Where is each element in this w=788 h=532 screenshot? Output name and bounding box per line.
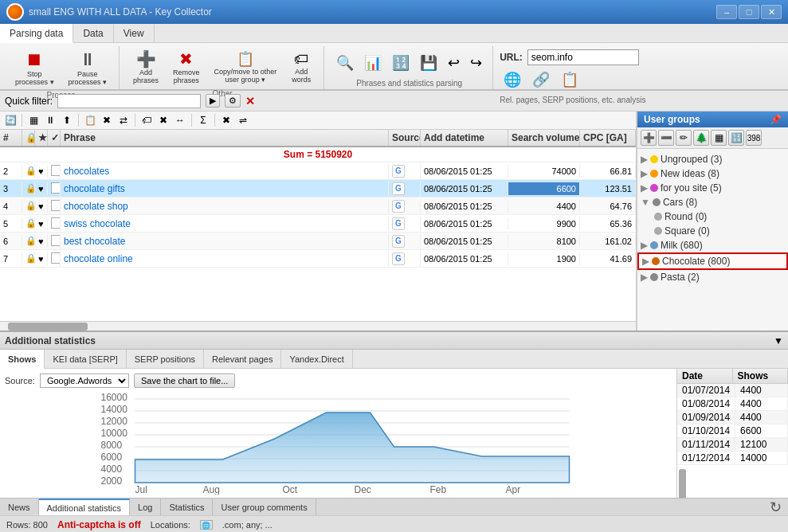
pause-button[interactable]: ⏸ Pauseprocesses ▾ — [63, 48, 113, 89]
phrase-link[interactable]: swiss chocolate — [64, 218, 131, 229]
x-label-jul: Jul — [135, 484, 147, 495]
td-check[interactable] — [48, 251, 61, 267]
sb-remove-btn[interactable]: ➖ — [658, 130, 674, 146]
toolbar-sigma-icon[interactable]: Σ — [196, 113, 210, 127]
menu-tab-data[interactable]: Data — [73, 24, 113, 42]
filter-options-button[interactable]: ⚙ — [225, 94, 241, 108]
checkbox[interactable] — [51, 200, 61, 211]
th-volume[interactable]: Search volume [GA] — [508, 130, 580, 146]
minimize-button[interactable]: – — [716, 5, 737, 19]
toolbar-pause-icon[interactable]: ⏸ — [43, 113, 57, 127]
close-button[interactable]: ✕ — [761, 5, 782, 19]
menu-tab-parsing[interactable]: Parsing data — [0, 24, 73, 43]
toolbar-arrows3-icon[interactable]: ⇌ — [236, 113, 250, 127]
toolbar-arrows2-icon[interactable]: ↔ — [173, 113, 187, 127]
bottom-tab-additional[interactable]: Additional statistics — [39, 499, 131, 515]
sb-add-btn[interactable]: ➕ — [641, 130, 657, 146]
rel-pages-btn1[interactable]: 🌐 — [500, 68, 525, 91]
toolbar-up-icon[interactable]: ⬆ — [60, 113, 74, 127]
toolbar-refresh-icon[interactable]: 🔄 — [3, 113, 18, 127]
tree-item-cars[interactable]: ▼ Cars (8) — [637, 195, 788, 209]
quick-filter-input[interactable] — [57, 94, 201, 108]
horizontal-scrollbar[interactable] — [0, 321, 636, 331]
tree-item-round[interactable]: Round (0) — [649, 209, 788, 224]
phrases-stats-btn4[interactable]: 💾 — [416, 52, 441, 74]
td-check[interactable] — [48, 216, 61, 232]
rel-pages-btn3[interactable]: 📋 — [557, 68, 582, 91]
tab-shows[interactable]: Shows — [0, 350, 45, 369]
phrase-link[interactable]: chocolate shop — [64, 201, 128, 212]
bottom-tab-comments[interactable]: User group comments — [213, 499, 316, 515]
checkbox[interactable] — [51, 252, 61, 264]
checkbox[interactable] — [51, 182, 61, 194]
bottom-tab-news[interactable]: News — [0, 499, 39, 515]
toolbar-select-all-icon[interactable]: ▦ — [26, 113, 41, 127]
tab-yandex[interactable]: Yandex.Direct — [281, 350, 352, 368]
toolbar-copy2-icon[interactable]: 📋 — [83, 113, 97, 127]
refresh-icon[interactable]: ↻ — [770, 499, 782, 516]
save-chart-button[interactable]: Save the chart to file... — [134, 374, 235, 388]
checkbox[interactable] — [51, 217, 61, 229]
toolbar-arrows-icon[interactable]: ⇄ — [116, 113, 131, 127]
phrases-stats-btn2[interactable]: 📊 — [360, 52, 386, 74]
phrases-stats-btn3[interactable]: 🔢 — [388, 52, 414, 74]
tab-relevant[interactable]: Relevant pages — [204, 350, 281, 368]
toolbar-tag-icon[interactable]: 🏷 — [139, 113, 154, 127]
source-select[interactable]: Google.Adwords — [40, 374, 129, 388]
phrases-stats-btn1[interactable]: 🔍 — [332, 52, 358, 74]
filter-close-icon[interactable]: ✕ — [245, 95, 255, 108]
cdt-row: 01/08/2014 4400 — [677, 397, 788, 411]
tree-item-ungrouped[interactable]: ▶ Ungrouped (3) — [637, 152, 788, 166]
sb-grid-btn[interactable]: ▦ — [711, 130, 727, 146]
window-controls[interactable]: – □ ✕ — [716, 5, 782, 19]
tab-kei[interactable]: KEI data [SERP] — [45, 350, 126, 368]
tree-item-chocolate[interactable]: ▶ Chocolate (800) — [637, 252, 788, 270]
add-words-button[interactable]: 🏷 Addwords — [285, 49, 317, 87]
sb-extra-btn[interactable]: 398 — [746, 130, 762, 146]
toolbar-x-icon[interactable]: ✖ — [100, 113, 114, 127]
tree-item-pasta[interactable]: ▶ Pasta (2) — [637, 270, 788, 284]
x-label-apr: Apr — [506, 484, 521, 495]
sb-count-btn[interactable]: 🔢 — [728, 130, 744, 146]
phrase-link[interactable]: best chocolate — [64, 236, 125, 247]
toolbar-x2-icon[interactable]: ✖ — [156, 113, 171, 127]
menu-tab-view[interactable]: View — [114, 24, 155, 42]
bottom-tab-log[interactable]: Log — [130, 499, 161, 515]
phrase-link[interactable]: chocolate gifts — [64, 183, 125, 194]
toolbar-x3-icon[interactable]: ✖ — [219, 113, 233, 127]
phrase-link[interactable]: chocolates — [64, 166, 109, 177]
tree-item-for-you-site[interactable]: ▶ for you site (5) — [637, 181, 788, 195]
bottom-panel-collapse-icon[interactable]: ▼ — [774, 335, 783, 346]
tree-color-dot — [650, 155, 658, 163]
stop-button[interactable]: ⏹ Stopprocesses ▾ — [10, 48, 60, 89]
td-check[interactable] — [48, 163, 61, 179]
tab-serp[interactable]: SERP positions — [127, 350, 204, 368]
tree-item-square[interactable]: Square (0) — [649, 224, 788, 238]
sb-tree-btn[interactable]: 🌲 — [693, 130, 709, 146]
th-cpc[interactable]: CPC [GA] — [580, 130, 636, 146]
maximize-button[interactable]: □ — [739, 5, 759, 19]
h-scrollthumb[interactable] — [8, 323, 88, 331]
td-check[interactable] — [48, 198, 61, 214]
th-source[interactable]: Source — [389, 130, 421, 146]
remove-phrases-button[interactable]: ✖ Removephrases — [167, 48, 206, 88]
phrase-link[interactable]: chocolate online — [64, 253, 133, 264]
tree-item-milk[interactable]: ▶ Milk (680) — [637, 238, 788, 252]
add-phrases-button[interactable]: ➕ Addphrases — [127, 48, 164, 88]
copy-move-button[interactable]: 📋 Copy/move to otheruser group ▾ — [209, 49, 283, 87]
td-check[interactable] — [48, 233, 61, 249]
filter-apply-button[interactable]: ▶ — [206, 94, 220, 108]
url-input[interactable] — [527, 49, 639, 65]
bottom-tab-statistics[interactable]: Statistics — [161, 499, 213, 515]
td-check[interactable] — [48, 181, 61, 197]
checkbox[interactable] — [51, 235, 61, 246]
th-phrase[interactable]: Phrase — [61, 130, 389, 146]
phrases-stats-btn5[interactable]: ↩ — [444, 52, 464, 74]
checkbox[interactable] — [51, 165, 61, 176]
th-date[interactable]: Add datetime — [421, 130, 508, 146]
sb-edit-btn[interactable]: ✏ — [676, 130, 692, 146]
phrases-stats-btn6[interactable]: ↪ — [466, 52, 486, 74]
tree-item-new-ideas[interactable]: ▶ New ideas (8) — [637, 166, 788, 181]
rel-pages-btn2[interactable]: 🔗 — [528, 68, 554, 91]
cdt-scrollthumb[interactable] — [679, 469, 686, 498]
